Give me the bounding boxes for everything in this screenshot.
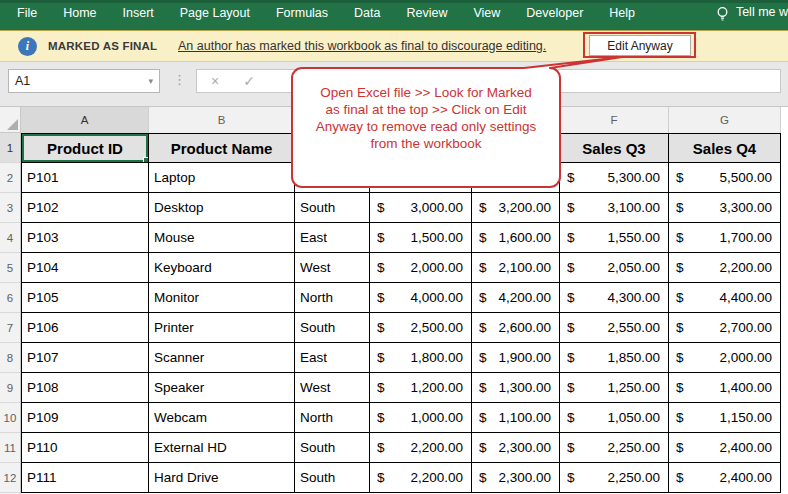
grid-cell-E8[interactable]: $1,900.00 bbox=[472, 343, 560, 373]
grid-cell-G11[interactable]: $2,400.00 bbox=[669, 433, 781, 463]
grid-cell-E10[interactable]: $1,100.00 bbox=[472, 403, 560, 433]
grid-cell-B10[interactable]: Webcam bbox=[149, 403, 295, 433]
grid-cell-F5[interactable]: $2,050.00 bbox=[560, 253, 669, 283]
grid-cell-C6[interactable]: North bbox=[295, 283, 370, 313]
grid-cell-C9[interactable]: West bbox=[295, 373, 370, 403]
grid-cell-E9[interactable]: $1,300.00 bbox=[472, 373, 560, 403]
ribbon-tab-data[interactable]: Data bbox=[341, 0, 393, 20]
grid-cell-F3[interactable]: $3,100.00 bbox=[560, 193, 669, 223]
grid-cell-B1[interactable]: Product Name bbox=[149, 133, 295, 163]
grid-cell-D6[interactable]: $4,000.00 bbox=[370, 283, 472, 313]
grid-cell-E5[interactable]: $2,100.00 bbox=[472, 253, 560, 283]
ribbon-tab-page-layout[interactable]: Page Layout bbox=[167, 0, 263, 20]
grid-cell-G2[interactable]: $5,500.00 bbox=[669, 163, 781, 193]
tell-me-box[interactable]: Tell me w bbox=[716, 0, 788, 22]
ribbon-tab-review[interactable]: Review bbox=[393, 0, 460, 20]
row-header-12[interactable]: 12 bbox=[0, 463, 21, 493]
ribbon-tab-home[interactable]: Home bbox=[50, 0, 109, 20]
grid-cell-E11[interactable]: $2,300.00 bbox=[472, 433, 560, 463]
grid-cell-E12[interactable]: $2,300.00 bbox=[472, 463, 560, 493]
grid-cell-C10[interactable]: North bbox=[295, 403, 370, 433]
ribbon-tab-help[interactable]: Help bbox=[596, 0, 648, 20]
column-header-B[interactable]: B bbox=[149, 107, 295, 133]
name-box-dropdown-icon[interactable]: ▾ bbox=[148, 76, 159, 86]
grid-cell-G9[interactable]: $1,400.00 bbox=[669, 373, 781, 403]
grid-cell-B6[interactable]: Monitor bbox=[149, 283, 295, 313]
cancel-icon[interactable]: × bbox=[211, 73, 219, 89]
grid-cell-B4[interactable]: Mouse bbox=[149, 223, 295, 253]
grid-cell-E7[interactable]: $2,600.00 bbox=[472, 313, 560, 343]
grid-cell-A6[interactable]: P105 bbox=[21, 283, 149, 313]
grid-cell-F8[interactable]: $1,850.00 bbox=[560, 343, 669, 373]
grid-cell-D11[interactable]: $2,200.00 bbox=[370, 433, 472, 463]
grid-cell-F12[interactable]: $2,250.00 bbox=[560, 463, 669, 493]
grid-cell-C8[interactable]: East bbox=[295, 343, 370, 373]
grid-cell-D8[interactable]: $1,800.00 bbox=[370, 343, 472, 373]
row-header-1[interactable]: 1 bbox=[0, 133, 21, 163]
ribbon-tab-insert[interactable]: Insert bbox=[110, 0, 167, 20]
grid-cell-F10[interactable]: $1,050.00 bbox=[560, 403, 669, 433]
grid-cell-C7[interactable]: South bbox=[295, 313, 370, 343]
row-header-8[interactable]: 8 bbox=[0, 343, 21, 373]
grid-cell-G10[interactable]: $1,150.00 bbox=[669, 403, 781, 433]
grid-cell-A10[interactable]: P109 bbox=[21, 403, 149, 433]
grid-cell-G4[interactable]: $1,700.00 bbox=[669, 223, 781, 253]
grid-cell-F11[interactable]: $2,250.00 bbox=[560, 433, 669, 463]
row-header-2[interactable]: 2 bbox=[0, 163, 21, 193]
grid-cell-F7[interactable]: $2,550.00 bbox=[560, 313, 669, 343]
grid-cell-G12[interactable]: $2,400.00 bbox=[669, 463, 781, 493]
name-box[interactable]: A1 ▾ bbox=[8, 69, 160, 93]
grid-cell-G5[interactable]: $2,200.00 bbox=[669, 253, 781, 283]
grid-cell-A2[interactable]: P101 bbox=[21, 163, 149, 193]
ribbon-tab-developer[interactable]: Developer bbox=[513, 0, 596, 20]
grid-cell-B5[interactable]: Keyboard bbox=[149, 253, 295, 283]
grid-cell-C4[interactable]: East bbox=[295, 223, 370, 253]
grid-cell-D7[interactable]: $2,500.00 bbox=[370, 313, 472, 343]
select-all-corner[interactable] bbox=[0, 107, 21, 133]
ribbon-tab-view[interactable]: View bbox=[460, 0, 513, 20]
column-header-G[interactable]: G bbox=[669, 107, 781, 133]
row-header-5[interactable]: 5 bbox=[0, 253, 21, 283]
grid-cell-G6[interactable]: $4,400.00 bbox=[669, 283, 781, 313]
grid-cell-B11[interactable]: External HD bbox=[149, 433, 295, 463]
grid-cell-B12[interactable]: Hard Drive bbox=[149, 463, 295, 493]
grid-cell-B8[interactable]: Scanner bbox=[149, 343, 295, 373]
grid-cell-A3[interactable]: P102 bbox=[21, 193, 149, 223]
row-header-6[interactable]: 6 bbox=[0, 283, 21, 313]
grid-cell-F6[interactable]: $4,300.00 bbox=[560, 283, 669, 313]
grid-cell-C3[interactable]: South bbox=[295, 193, 370, 223]
grid-cell-D12[interactable]: $2,200.00 bbox=[370, 463, 472, 493]
grid-cell-A11[interactable]: P110 bbox=[21, 433, 149, 463]
grid-cell-F9[interactable]: $1,250.00 bbox=[560, 373, 669, 403]
enter-icon[interactable]: ✓ bbox=[243, 73, 255, 89]
grid-cell-D4[interactable]: $1,500.00 bbox=[370, 223, 472, 253]
row-header-9[interactable]: 9 bbox=[0, 373, 21, 403]
grid-cell-D10[interactable]: $1,000.00 bbox=[370, 403, 472, 433]
grid-cell-A4[interactable]: P103 bbox=[21, 223, 149, 253]
grid-cell-G3[interactable]: $3,300.00 bbox=[669, 193, 781, 223]
row-header-7[interactable]: 7 bbox=[0, 313, 21, 343]
grid-cell-B2[interactable]: Laptop bbox=[149, 163, 295, 193]
grid-cell-B3[interactable]: Desktop bbox=[149, 193, 295, 223]
grid-cell-E4[interactable]: $1,600.00 bbox=[472, 223, 560, 253]
grid-cell-G8[interactable]: $2,000.00 bbox=[669, 343, 781, 373]
ribbon-tab-formulas[interactable]: Formulas bbox=[263, 0, 341, 20]
grid-cell-A7[interactable]: P106 bbox=[21, 313, 149, 343]
column-header-A[interactable]: A bbox=[21, 107, 149, 133]
grid-cell-A5[interactable]: P104 bbox=[21, 253, 149, 283]
row-header-11[interactable]: 11 bbox=[0, 433, 21, 463]
row-header-4[interactable]: 4 bbox=[0, 223, 21, 253]
ribbon-tab-file[interactable]: File bbox=[4, 0, 50, 20]
grid-cell-C11[interactable]: South bbox=[295, 433, 370, 463]
grid-cell-B9[interactable]: Speaker bbox=[149, 373, 295, 403]
grid-cell-B7[interactable]: Printer bbox=[149, 313, 295, 343]
grid-cell-C5[interactable]: West bbox=[295, 253, 370, 283]
grid-cell-D5[interactable]: $2,000.00 bbox=[370, 253, 472, 283]
grid-cell-A12[interactable]: P111 bbox=[21, 463, 149, 493]
grid-cell-E6[interactable]: $4,200.00 bbox=[472, 283, 560, 313]
grid-cell-A8[interactable]: P107 bbox=[21, 343, 149, 373]
grid-cell-A9[interactable]: P108 bbox=[21, 373, 149, 403]
grid-cell-A1[interactable]: Product ID bbox=[21, 133, 149, 163]
grid-cell-D3[interactable]: $3,000.00 bbox=[370, 193, 472, 223]
grid-cell-D9[interactable]: $1,200.00 bbox=[370, 373, 472, 403]
